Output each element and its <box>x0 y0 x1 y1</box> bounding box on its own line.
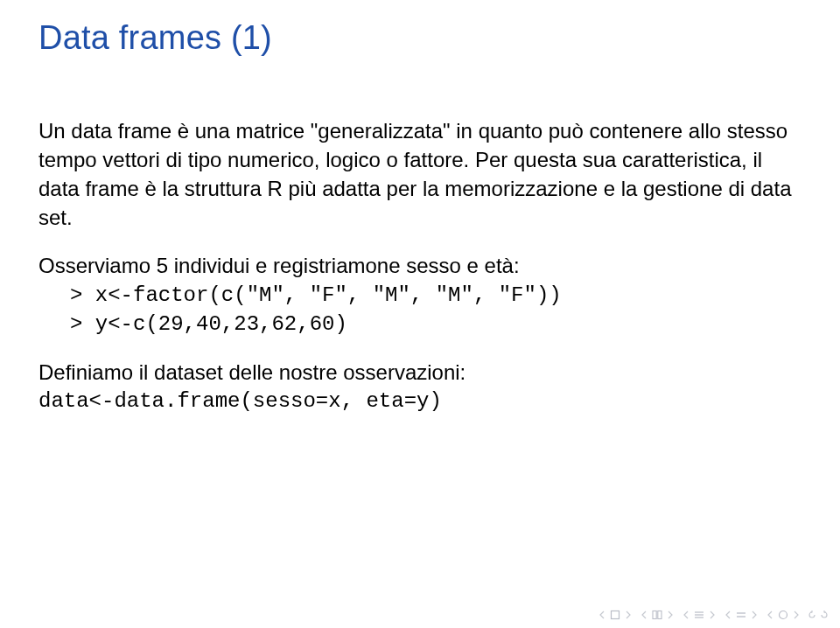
nav-slide-group <box>597 609 634 621</box>
code-line-dataframe: data<-data.frame(sesso=x, eta=y) <box>38 387 802 415</box>
slide-title: Data frames (1) <box>38 19 802 57</box>
nav-prev-doc-icon[interactable] <box>765 610 775 620</box>
slide: Data frames (1) Un data frame è una matr… <box>0 0 840 628</box>
code-line-vector: > y<-c(29,40,23,62,60) <box>38 310 802 338</box>
paragraph-define: Definiamo il dataset delle nostre osserv… <box>38 358 802 387</box>
svg-rect-1 <box>653 611 656 619</box>
nav-frame-group <box>639 609 676 621</box>
nav-next-section-icon[interactable] <box>749 610 760 620</box>
code-line-factor: > x<-factor(c("M", "F", "M", "M", "F")) <box>38 281 802 310</box>
nav-section-group <box>723 609 760 621</box>
paragraph-observe: Osserviamo 5 individui e registriamone s… <box>38 251 802 280</box>
nav-prev-subsection-icon[interactable] <box>681 610 691 620</box>
nav-back-icon[interactable] <box>807 610 817 620</box>
nav-prev-slide-icon[interactable] <box>597 610 607 620</box>
beamer-nav-bar <box>597 609 830 621</box>
svg-rect-0 <box>612 611 620 619</box>
nav-section-icon[interactable] <box>735 609 747 621</box>
nav-next-frame-icon[interactable] <box>665 610 676 620</box>
svg-rect-2 <box>658 611 662 619</box>
nav-forward-icon[interactable] <box>819 610 830 620</box>
nav-next-doc-icon[interactable] <box>791 610 802 620</box>
nav-doc-group <box>765 609 802 621</box>
svg-point-8 <box>780 611 788 619</box>
nav-next-subsection-icon[interactable] <box>707 610 718 620</box>
nav-back-forward-group <box>807 610 830 620</box>
nav-frame-icon[interactable] <box>651 609 663 621</box>
paragraph-intro: Un data frame è una matrice "generalizza… <box>38 116 802 232</box>
slide-body: Un data frame è una matrice "generalizza… <box>38 116 802 415</box>
nav-prev-frame-icon[interactable] <box>639 610 649 620</box>
nav-slide-icon[interactable] <box>609 609 621 621</box>
nav-next-slide-icon[interactable] <box>623 610 634 620</box>
nav-subsection-icon[interactable] <box>693 609 705 621</box>
nav-subsection-group <box>681 609 718 621</box>
nav-appendix-icon[interactable] <box>777 609 789 621</box>
nav-prev-section-icon[interactable] <box>723 610 733 620</box>
